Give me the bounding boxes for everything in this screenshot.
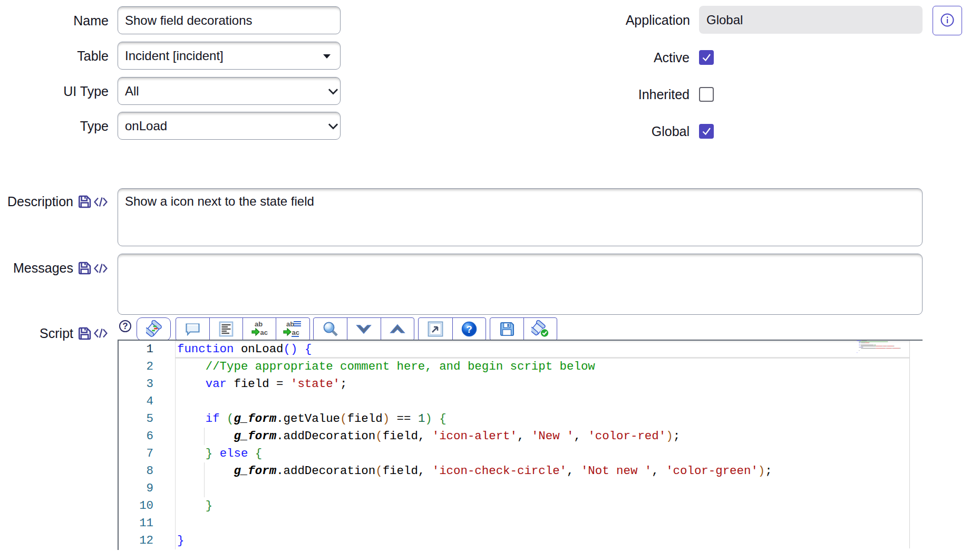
svg-text:?: ? <box>466 324 472 335</box>
svg-text:ab: ab <box>286 320 294 328</box>
svg-text:ac: ac <box>260 329 268 336</box>
svg-text:ac: ac <box>292 329 299 336</box>
svg-text:ab: ab <box>255 320 263 328</box>
